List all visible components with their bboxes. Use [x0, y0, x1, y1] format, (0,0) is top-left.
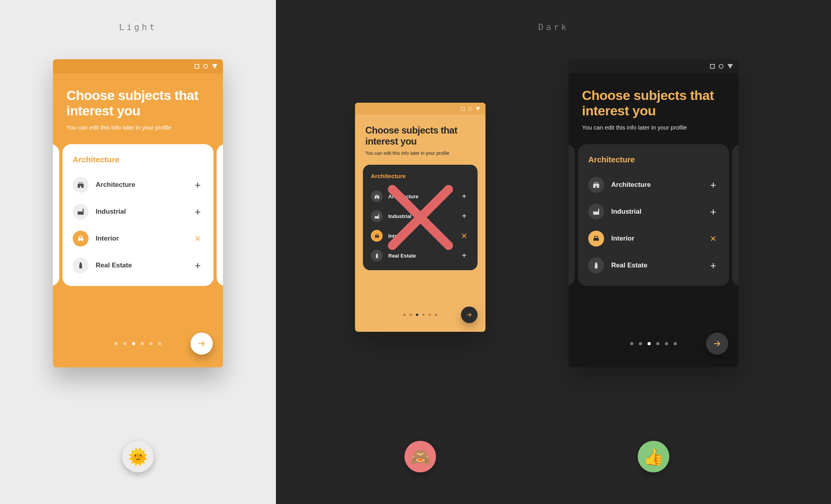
pager-dot[interactable] [435, 314, 437, 316]
list-item-label: Industrial [611, 208, 701, 216]
light-panel: Light Choose subjects that interest you … [0, 0, 276, 504]
pager-dots[interactable] [630, 342, 677, 345]
add-button[interactable]: + [708, 260, 719, 271]
list-item-label: Industrial [96, 208, 185, 216]
pager-dot[interactable] [115, 342, 118, 345]
window-titlebar [53, 59, 223, 73]
reaction-badge-good: 👍 [638, 441, 669, 472]
card-peek-left[interactable] [568, 144, 575, 286]
next-button[interactable] [461, 307, 478, 323]
pager-dot[interactable] [422, 314, 425, 316]
pager-dot[interactable] [141, 342, 144, 345]
remove-button[interactable] [459, 230, 470, 241]
list-item-industrial[interactable]: Industrial + [588, 198, 719, 225]
pager-dot[interactable] [429, 314, 431, 316]
add-button[interactable]: + [459, 191, 470, 202]
page-subtitle: You can edit this info later in your pro… [53, 124, 223, 144]
pager-dots[interactable] [403, 314, 437, 316]
armchair-icon [588, 231, 604, 246]
list-item-interior[interactable]: Interior [73, 225, 203, 252]
pager-dot[interactable] [403, 314, 406, 316]
list-item-industrial[interactable]: Industrial + [73, 198, 203, 225]
remove-button[interactable] [192, 233, 203, 244]
list-item-interior[interactable]: Interior [588, 225, 719, 252]
list-item-label: Architecture [388, 194, 453, 199]
triangle-down-icon [476, 107, 480, 111]
pager-dot-active[interactable] [648, 342, 651, 345]
factory-icon [588, 204, 604, 220]
pager-dots[interactable] [115, 342, 161, 345]
card-title: Architecture [73, 155, 203, 164]
subjects-card: Architecture Architecture + Industrial +… [363, 165, 478, 270]
add-button[interactable]: + [459, 211, 470, 222]
add-button[interactable]: + [708, 206, 719, 217]
tower-icon [371, 250, 383, 261]
window-titlebar [355, 103, 485, 115]
list-item-architecture[interactable]: Architecture + [73, 171, 203, 198]
factory-icon [371, 210, 383, 222]
pager-dot[interactable] [656, 342, 659, 345]
list-item-interior[interactable]: Interior [371, 226, 470, 246]
circle-icon [203, 64, 208, 69]
card-peek-right[interactable] [732, 144, 738, 286]
pager-dot[interactable] [123, 342, 127, 345]
dark-panel: Dark Choose subjects that interest you Y… [276, 0, 831, 504]
page-title: Choose subjects that interest you [568, 73, 738, 124]
arch-icon [73, 177, 89, 193]
sun-emoji: 🌞 [128, 447, 148, 466]
list-item-label: Interior [611, 235, 701, 243]
pager-dot[interactable] [674, 342, 677, 345]
armchair-icon [371, 230, 383, 242]
dark-panel-label: Dark [538, 22, 569, 32]
pager-dot[interactable] [158, 342, 161, 345]
page-subtitle: You can edit this info later in your pro… [355, 150, 485, 165]
page-subtitle: You can edit this info later in your pro… [568, 124, 738, 144]
subjects-card: Architecture Architecture + Industrial +… [578, 144, 729, 286]
reaction-badge-light: 🌞 [122, 441, 154, 472]
list-item-realestate[interactable]: Real Estate + [588, 252, 719, 279]
pager-dot[interactable] [665, 342, 668, 345]
add-button[interactable]: + [192, 206, 203, 217]
card-title: Architecture [371, 173, 470, 179]
add-button[interactable]: + [192, 260, 203, 271]
phone-light: Choose subjects that interest you You ca… [53, 59, 223, 367]
list-item-label: Industrial [388, 213, 453, 219]
pager-dot-active[interactable] [132, 342, 135, 345]
armchair-icon [73, 231, 89, 246]
list-item-architecture[interactable]: Architecture + [588, 171, 719, 198]
card-peek-right[interactable] [217, 144, 223, 286]
arch-icon [371, 190, 383, 202]
add-button[interactable]: + [192, 179, 203, 190]
add-button[interactable]: + [459, 250, 470, 261]
tower-icon [73, 258, 89, 273]
card-title: Architecture [588, 155, 719, 164]
phone-dark-good: Choose subjects that interest you You ca… [568, 59, 738, 367]
list-item-label: Architecture [96, 181, 185, 189]
next-button[interactable] [706, 333, 728, 355]
list-item-realestate[interactable]: Real Estate + [73, 252, 203, 279]
triangle-down-icon [727, 64, 733, 69]
circle-icon [468, 107, 472, 111]
pager-dot[interactable] [149, 342, 153, 345]
pager-dot-active[interactable] [416, 314, 418, 316]
list-item-label: Real Estate [96, 261, 185, 269]
remove-button[interactable] [708, 233, 719, 244]
list-item-architecture[interactable]: Architecture + [371, 186, 470, 206]
add-button[interactable]: + [708, 179, 719, 190]
list-item-industrial[interactable]: Industrial + [371, 206, 470, 226]
square-icon [461, 107, 465, 111]
pager-dot[interactable] [410, 314, 412, 316]
circle-icon [719, 64, 723, 69]
next-button[interactable] [191, 333, 213, 355]
phone-dark-bad: Choose subjects that interest you You ca… [355, 103, 485, 332]
list-item-realestate[interactable]: Real Estate + [371, 246, 470, 265]
page-title: Choose subjects that interest you [355, 115, 485, 150]
thumbs-up-emoji: 👍 [643, 447, 664, 466]
design-comparison-canvas: Light Choose subjects that interest you … [0, 0, 831, 504]
pager-dot[interactable] [630, 342, 633, 345]
list-item-label: Real Estate [388, 253, 453, 259]
card-peek-left[interactable] [53, 144, 59, 286]
pager-dot[interactable] [639, 342, 642, 345]
list-item-label: Interior [388, 233, 453, 239]
triangle-down-icon [212, 64, 217, 69]
